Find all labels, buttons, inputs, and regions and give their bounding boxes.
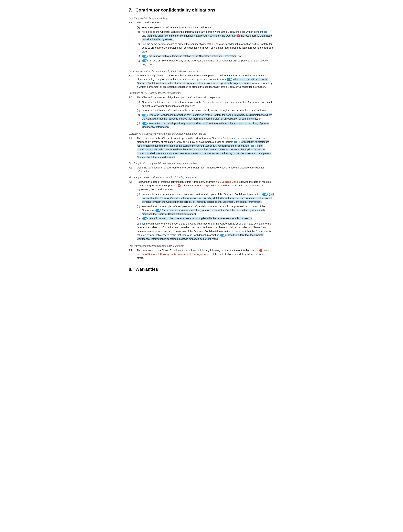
clause-7-1-e: (e) not use or allow the use of any of t… (137, 59, 274, 66)
clause-7-7-body: The provisions of this Clause 7 shall co… (137, 248, 274, 260)
clause-7-6-c: (c) certify in writing to the Operator t… (137, 216, 274, 221)
toggle-7-1-b[interactable] (264, 31, 269, 33)
clause-7-1: 7.1 The Contributor must: (a) keep the O… (129, 21, 274, 67)
clause-7-7-num: 7.7 (129, 248, 135, 260)
section-7-num: 7. (129, 7, 132, 13)
clause-7-1-label: First Party confidentiality undertaking (129, 16, 274, 20)
toggle-7-4-b[interactable] (251, 145, 256, 147)
section-7-title: 7. Contributor confidentiality obligatio… (129, 7, 274, 13)
clause-7-3-c: (c) Operator Confidential Information th… (137, 113, 274, 121)
clause-7-3-num: 7.3 (129, 95, 135, 130)
or-badge-7-1-b: or (237, 34, 240, 38)
clause-7-7-label: First Party confidentiality obligations … (129, 244, 274, 248)
clause-7-4-num: 7.4 (129, 136, 135, 159)
clause-7-1-num: 7.1 (129, 21, 135, 67)
clause-7-5-label: First Party to stop using confidential i… (129, 162, 274, 165)
clause-7-5: 7.5 Upon the termination of this Agreeme… (129, 166, 274, 173)
clause-7-4-body: The restrictions in this Clause 7 do not… (137, 136, 274, 159)
clause-7-6-label: First Party to delete confidential infor… (129, 176, 274, 179)
toggle-7-3-c[interactable] (142, 114, 148, 116)
clause-7-2: 7.2 Notwithstanding Clause 7.1, the Cont… (129, 74, 274, 89)
toggle-7-6-tail[interactable] (220, 234, 226, 237)
clause-7-3-body: This Clause 7 imposes no obligations upo… (137, 95, 274, 130)
clause-7-7: 7.7 The provisions of this Clause 7 shal… (129, 248, 274, 260)
clause-7-6-body: Following the date of effective terminat… (137, 180, 274, 242)
toggle-7-6-a[interactable] (262, 193, 268, 196)
clause-7-3-d: (d) information that is independently de… (137, 121, 274, 129)
clause-7-6-a: (a) irreversibly delete from its media a… (137, 192, 274, 204)
clause-7-1-a: (a) keep the Operator Confidential Infor… (137, 25, 274, 29)
toggle-7-4-a[interactable] (234, 141, 239, 143)
days-2: 5 Business Days (190, 184, 210, 187)
section-8-title: 8. Warranties (129, 266, 274, 272)
or-badge-7-7: or (259, 249, 262, 252)
clause-7-6-tail: subject in each case to any obligations … (137, 222, 274, 241)
section-8-num: 8. (129, 266, 132, 272)
clause-7-2-label: Disclosure of confidential information b… (129, 70, 274, 73)
clause-7-4: 7.4 The restrictions in this Clause 7 do… (129, 136, 274, 159)
toggle-7-6-c[interactable] (142, 217, 148, 220)
clause-7-4-label: Disclosures of Second Party confidential… (129, 132, 274, 136)
toggle-7-1-d[interactable] (142, 55, 148, 57)
clause-7-3-b: (b) Operator Confidential Information th… (137, 108, 274, 112)
toggle-7-3-d[interactable] (142, 122, 148, 125)
clause-7-1-c: (c) use the same degree of care to prote… (137, 42, 274, 54)
clause-7-5-num: 7.5 (129, 166, 135, 173)
toggle-7-2[interactable] (227, 78, 232, 81)
clause-7-2-body: Notwithstanding Clause 7.1, the Contribu… (137, 74, 274, 89)
clause-7-1-intro: The Contributor must: (137, 21, 274, 25)
clause-7-6: 7.6 Following the date of effective term… (129, 180, 274, 242)
clause-7-1-body: The Contributor must: (a) keep the Opera… (137, 21, 274, 67)
clause-7-6-b: (b) ensure that no other copies of the O… (137, 204, 274, 216)
clause-7-1-d: (d) act in good faith at all times in re… (137, 54, 274, 58)
clause-7-3: 7.3 This Clause 7 imposes no obligations… (129, 95, 274, 130)
clause-7-3-a: (a) Operator Confidential Information th… (137, 100, 274, 108)
clause-7-3-intro: This Clause 7 imposes no obligations upo… (137, 95, 274, 99)
clause-7-2-num: 7.2 (129, 74, 135, 89)
days-1: 5 Business Days (218, 180, 238, 183)
clause-7-6-num: 7.6 (129, 180, 135, 242)
clause-7-5-body: Upon the termination of this Agreement, … (137, 166, 274, 173)
clause-7-6-intro: Following the date of effective terminat… (137, 180, 274, 191)
toggle-7-1-e[interactable] (142, 59, 148, 62)
clause-7-3-label: Exceptions to First Party confidentialit… (129, 91, 274, 95)
toggle-7-6-b[interactable] (155, 209, 161, 212)
or-badge-7-6: or (178, 184, 181, 187)
clause-7-1-b: (b) not disclose the Operator Confidenti… (137, 30, 274, 41)
